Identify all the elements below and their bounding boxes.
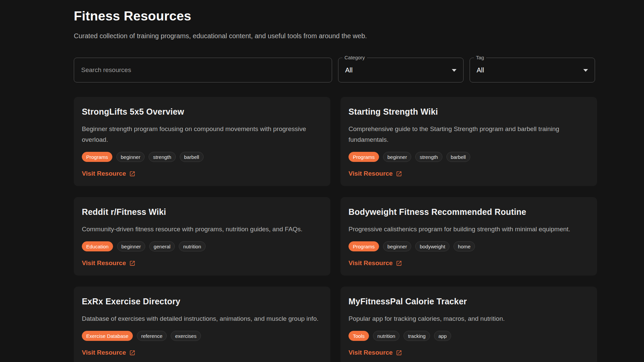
category-chip: Programs <box>82 152 112 162</box>
resource-description: Popular app for tracking calories, macro… <box>348 313 589 324</box>
external-link-icon <box>129 171 136 177</box>
resource-title: Starting Strength Wiki <box>348 106 589 117</box>
chip-row: Education beginner general nutrition <box>82 241 322 251</box>
tag-chip: general <box>149 241 175 251</box>
external-link-icon <box>396 350 402 356</box>
tag-chip: beginner <box>383 241 411 251</box>
chevron-down-icon <box>583 69 588 72</box>
category-chip: Programs <box>348 241 379 251</box>
resource-description: Database of exercises with detailed inst… <box>82 313 322 324</box>
category-select-value: All <box>345 66 353 74</box>
tag-select-value: All <box>477 66 484 74</box>
chevron-down-icon <box>452 69 457 72</box>
chip-row: Programs beginner strength barbell <box>82 152 322 162</box>
visit-resource-link[interactable]: Visit Resource <box>82 349 136 356</box>
tag-chip: strength <box>149 152 175 162</box>
tag-chip: app <box>434 331 451 341</box>
tag-chip: beginner <box>117 241 145 251</box>
page-container: Fitness Resources Curated collection of … <box>74 9 597 362</box>
chip-row: Tools nutrition tracking app <box>348 331 589 341</box>
visit-resource-label: Visit Resource <box>348 259 393 267</box>
resource-title: Reddit r/Fitness Wiki <box>82 206 322 217</box>
category-chip: Education <box>82 241 113 251</box>
visit-resource-link[interactable]: Visit Resource <box>348 259 402 267</box>
tag-chip: beginner <box>383 152 411 162</box>
filter-bar: Category All Tag All <box>74 58 597 82</box>
visit-resource-label: Visit Resource <box>348 170 393 177</box>
tag-chip: tracking <box>404 331 430 341</box>
tag-chip: home <box>453 241 475 251</box>
tag-chip: reference <box>137 331 167 341</box>
visit-resource-link[interactable]: Visit Resource <box>348 170 402 177</box>
resource-title: Bodyweight Fitness Recommended Routine <box>348 206 589 217</box>
tag-chip: barbell <box>446 152 470 162</box>
chip-row: Programs beginner strength barbell <box>348 152 589 162</box>
category-chip: Exercise Database <box>82 331 133 341</box>
tag-chip: strength <box>415 152 442 162</box>
external-link-icon <box>396 260 402 266</box>
page-subtitle: Curated collection of training programs,… <box>74 32 597 40</box>
category-chip: Tools <box>348 331 369 341</box>
tag-select[interactable]: Tag All <box>470 58 595 82</box>
resource-grid: StrongLifts 5x5 Overview Beginner streng… <box>74 97 597 362</box>
tag-chip: bodyweight <box>415 241 449 251</box>
search-input[interactable] <box>74 58 332 82</box>
visit-resource-label: Visit Resource <box>82 349 126 356</box>
tag-chip: nutrition <box>373 331 399 341</box>
resource-description: Progressive calisthenics program for bui… <box>348 224 589 235</box>
visit-resource-label: Visit Resource <box>348 349 393 356</box>
tag-chip: beginner <box>116 152 145 162</box>
tag-chip: barbell <box>180 152 204 162</box>
category-chip: Programs <box>348 152 379 162</box>
resource-description: Beginner strength program focusing on co… <box>82 124 322 145</box>
category-select-label: Category <box>342 55 367 61</box>
resource-card: ExRx Exercise Directory Database of exer… <box>74 287 330 362</box>
tag-select-label: Tag <box>474 55 486 61</box>
resource-card: Reddit r/Fitness Wiki Community-driven f… <box>74 197 330 276</box>
chip-row: Programs beginner bodyweight home <box>348 241 589 251</box>
resource-title: StrongLifts 5x5 Overview <box>82 106 322 117</box>
tag-chip: exercises <box>171 331 201 341</box>
resource-card: StrongLifts 5x5 Overview Beginner streng… <box>74 97 330 186</box>
chip-row: Exercise Database reference exercises <box>82 331 322 341</box>
visit-resource-link[interactable]: Visit Resource <box>82 259 136 267</box>
visit-resource-label: Visit Resource <box>82 259 126 267</box>
tag-chip: nutrition <box>179 241 205 251</box>
category-select[interactable]: Category All <box>338 58 464 82</box>
visit-resource-link[interactable]: Visit Resource <box>348 349 402 356</box>
visit-resource-label: Visit Resource <box>82 170 126 177</box>
resource-card: Bodyweight Fitness Recommended Routine P… <box>340 197 597 276</box>
resource-card: Starting Strength Wiki Comprehensive gui… <box>340 97 597 186</box>
resource-card: MyFitnessPal Calorie Tracker Popular app… <box>340 287 597 362</box>
resource-title: ExRx Exercise Directory <box>82 296 322 307</box>
resource-description: Community-driven fitness resource with p… <box>82 224 322 235</box>
external-link-icon <box>396 171 402 177</box>
visit-resource-link[interactable]: Visit Resource <box>82 170 136 177</box>
resource-description: Comprehensive guide to the Starting Stre… <box>348 124 589 145</box>
external-link-icon <box>129 350 136 356</box>
page-title: Fitness Resources <box>74 9 597 23</box>
resource-title: MyFitnessPal Calorie Tracker <box>348 296 589 307</box>
external-link-icon <box>129 260 136 266</box>
